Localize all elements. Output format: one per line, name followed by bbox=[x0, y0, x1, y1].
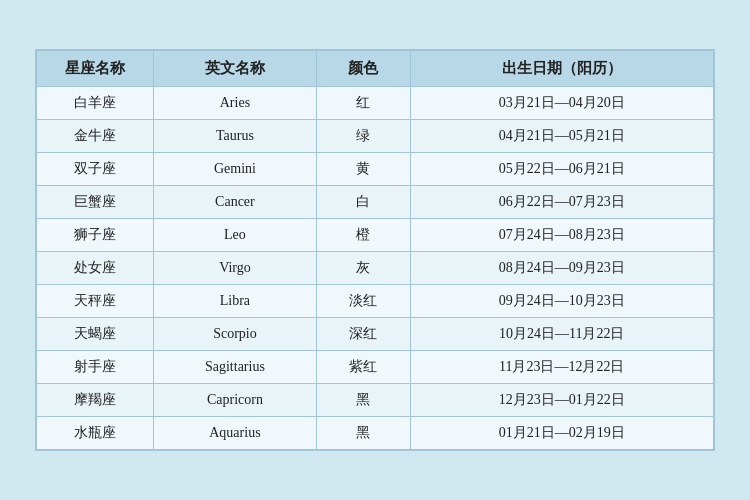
cell-chinese: 水瓶座 bbox=[37, 417, 154, 450]
header-date: 出生日期（阳历） bbox=[410, 51, 714, 87]
table-header-row: 星座名称 英文名称 颜色 出生日期（阳历） bbox=[37, 51, 714, 87]
cell-date: 01月21日—02月19日 bbox=[410, 417, 714, 450]
cell-color: 白 bbox=[317, 186, 410, 219]
table-row: 天蝎座Scorpio深红10月24日—11月22日 bbox=[37, 318, 714, 351]
cell-english: Gemini bbox=[153, 153, 316, 186]
cell-chinese: 双子座 bbox=[37, 153, 154, 186]
table-row: 巨蟹座Cancer白06月22日—07月23日 bbox=[37, 186, 714, 219]
cell-chinese: 狮子座 bbox=[37, 219, 154, 252]
cell-english: Aries bbox=[153, 87, 316, 120]
cell-date: 04月21日—05月21日 bbox=[410, 120, 714, 153]
table-row: 处女座Virgo灰08月24日—09月23日 bbox=[37, 252, 714, 285]
cell-date: 11月23日—12月22日 bbox=[410, 351, 714, 384]
header-english: 英文名称 bbox=[153, 51, 316, 87]
cell-date: 10月24日—11月22日 bbox=[410, 318, 714, 351]
table-row: 狮子座Leo橙07月24日—08月23日 bbox=[37, 219, 714, 252]
cell-color: 黑 bbox=[317, 384, 410, 417]
zodiac-table: 星座名称 英文名称 颜色 出生日期（阳历） 白羊座Aries红03月21日—04… bbox=[36, 50, 714, 450]
cell-chinese: 处女座 bbox=[37, 252, 154, 285]
cell-color: 紫红 bbox=[317, 351, 410, 384]
header-color: 颜色 bbox=[317, 51, 410, 87]
cell-color: 淡红 bbox=[317, 285, 410, 318]
cell-date: 08月24日—09月23日 bbox=[410, 252, 714, 285]
cell-date: 09月24日—10月23日 bbox=[410, 285, 714, 318]
cell-date: 12月23日—01月22日 bbox=[410, 384, 714, 417]
table-row: 水瓶座Aquarius黑01月21日—02月19日 bbox=[37, 417, 714, 450]
cell-chinese: 天秤座 bbox=[37, 285, 154, 318]
cell-chinese: 射手座 bbox=[37, 351, 154, 384]
cell-color: 红 bbox=[317, 87, 410, 120]
cell-english: Capricorn bbox=[153, 384, 316, 417]
cell-date: 07月24日—08月23日 bbox=[410, 219, 714, 252]
cell-english: Leo bbox=[153, 219, 316, 252]
header-chinese: 星座名称 bbox=[37, 51, 154, 87]
table-row: 摩羯座Capricorn黑12月23日—01月22日 bbox=[37, 384, 714, 417]
cell-chinese: 白羊座 bbox=[37, 87, 154, 120]
cell-color: 深红 bbox=[317, 318, 410, 351]
cell-date: 03月21日—04月20日 bbox=[410, 87, 714, 120]
cell-color: 绿 bbox=[317, 120, 410, 153]
table-row: 双子座Gemini黄05月22日—06月21日 bbox=[37, 153, 714, 186]
cell-date: 05月22日—06月21日 bbox=[410, 153, 714, 186]
cell-english: Libra bbox=[153, 285, 316, 318]
cell-color: 黄 bbox=[317, 153, 410, 186]
table-row: 天秤座Libra淡红09月24日—10月23日 bbox=[37, 285, 714, 318]
cell-english: Cancer bbox=[153, 186, 316, 219]
cell-chinese: 巨蟹座 bbox=[37, 186, 154, 219]
table-row: 白羊座Aries红03月21日—04月20日 bbox=[37, 87, 714, 120]
cell-chinese: 天蝎座 bbox=[37, 318, 154, 351]
cell-english: Scorpio bbox=[153, 318, 316, 351]
cell-english: Aquarius bbox=[153, 417, 316, 450]
table-body: 白羊座Aries红03月21日—04月20日金牛座Taurus绿04月21日—0… bbox=[37, 87, 714, 450]
cell-english: Sagittarius bbox=[153, 351, 316, 384]
table-row: 金牛座Taurus绿04月21日—05月21日 bbox=[37, 120, 714, 153]
cell-color: 橙 bbox=[317, 219, 410, 252]
cell-date: 06月22日—07月23日 bbox=[410, 186, 714, 219]
cell-chinese: 摩羯座 bbox=[37, 384, 154, 417]
cell-chinese: 金牛座 bbox=[37, 120, 154, 153]
cell-english: Taurus bbox=[153, 120, 316, 153]
zodiac-table-container: 星座名称 英文名称 颜色 出生日期（阳历） 白羊座Aries红03月21日—04… bbox=[35, 49, 715, 451]
table-row: 射手座Sagittarius紫红11月23日—12月22日 bbox=[37, 351, 714, 384]
cell-color: 黑 bbox=[317, 417, 410, 450]
cell-english: Virgo bbox=[153, 252, 316, 285]
cell-color: 灰 bbox=[317, 252, 410, 285]
